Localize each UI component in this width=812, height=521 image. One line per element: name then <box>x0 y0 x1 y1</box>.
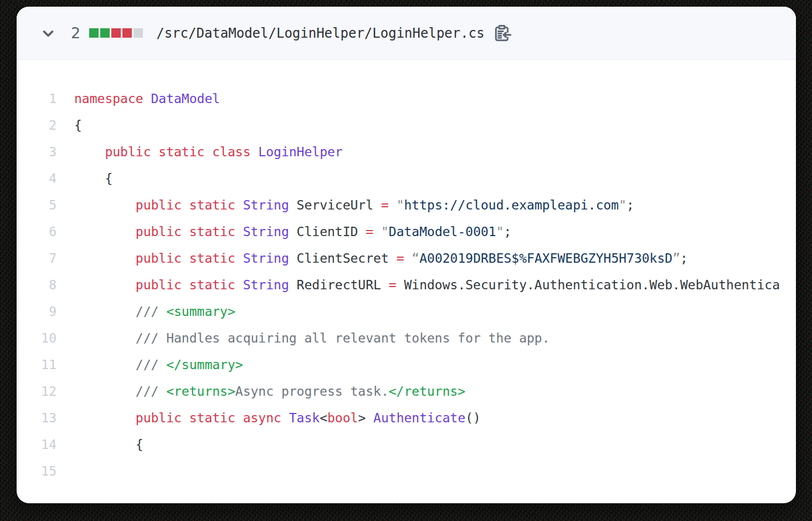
file-header: 2 /src/DataModel/LoginHelper/LoginHelper… <box>17 7 796 60</box>
code-line: 3 public static class LoginHelper <box>17 139 796 165</box>
line-number: 3 <box>17 145 56 159</box>
code-text: namespace DataModel <box>74 91 220 106</box>
copy-path-button[interactable] <box>492 24 511 43</box>
code-line: 2{ <box>17 112 796 139</box>
code-text: public static String ClientID = "DataMod… <box>74 224 511 239</box>
chevron-down-icon <box>40 25 56 42</box>
code-line: 14 { <box>17 431 796 458</box>
file-diff-card: 2 /src/DataModel/LoginHelper/LoginHelper… <box>17 7 796 503</box>
code-line: 8 public static String RedirectURL = Win… <box>17 272 796 298</box>
line-number: 13 <box>17 411 56 425</box>
change-count: 2 <box>71 24 80 42</box>
diff-blocks <box>89 28 143 38</box>
line-number: 6 <box>17 224 56 239</box>
line-number: 15 <box>17 464 56 478</box>
code-text: /// <returns>Async progress task.</retur… <box>74 384 465 399</box>
code-line: 15 <box>17 458 796 484</box>
line-number: 10 <box>17 331 56 345</box>
diff-block-added <box>89 28 99 38</box>
line-number: 1 <box>17 91 56 106</box>
code-text: public static async Task<bool> Authentic… <box>74 411 481 425</box>
code-line: 9 /// <summary> <box>17 298 796 325</box>
diff-block-added <box>100 28 110 38</box>
line-number: 2 <box>17 118 56 132</box>
line-number: 11 <box>17 357 56 372</box>
code-line: 5 public static String ServiceUrl = "htt… <box>17 192 796 218</box>
code-text: { <box>74 171 112 186</box>
line-number: 7 <box>17 251 56 265</box>
code-line: 12 /// <returns>Async progress task.</re… <box>17 378 796 405</box>
line-number: 5 <box>17 198 56 212</box>
line-number: 8 <box>17 278 56 292</box>
code-text: public static class LoginHelper <box>74 145 343 159</box>
code-text: /// Handles acquiring all relevant token… <box>74 331 550 345</box>
code-line: 10 /// Handles acquiring all relevant to… <box>17 325 796 351</box>
line-number: 9 <box>17 304 56 319</box>
code-text: /// <summary> <box>74 304 235 319</box>
code-text: public static String ClientSecret = “A00… <box>74 251 688 265</box>
diff-block-removed <box>122 28 132 38</box>
line-number: 4 <box>17 171 56 186</box>
code-text: { <box>74 118 82 132</box>
code-text: { <box>74 437 143 452</box>
code-text: /// </summary> <box>74 357 243 372</box>
page-background: { "header": { "collapse_icon": "chevron-… <box>0 0 812 521</box>
line-number: 14 <box>17 437 56 452</box>
collapse-file-button[interactable] <box>40 25 56 42</box>
code-text: public static String ServiceUrl = "https… <box>74 198 634 212</box>
file-path: /src/DataModel/LoginHelper/LoginHelper.c… <box>156 25 484 41</box>
code-line: 4 { <box>17 165 796 192</box>
code-lines: 1namespace DataModel2{3 public static cl… <box>17 85 796 484</box>
diff-block-removed <box>111 28 121 38</box>
code-line: 11 /// </summary> <box>17 351 796 378</box>
clipboard-paste-icon <box>492 24 511 43</box>
line-number: 12 <box>17 384 56 399</box>
code-line: 13 public static async Task<bool> Authen… <box>17 405 796 431</box>
code-line: 6 public static String ClientID = "DataM… <box>17 218 796 245</box>
code-line: 1namespace DataModel <box>17 85 796 112</box>
code-text: public static String RedirectURL = Windo… <box>74 278 780 292</box>
code-pane: 1namespace DataModel2{3 public static cl… <box>17 60 796 484</box>
code-line: 7 public static String ClientSecret = “A… <box>17 245 796 272</box>
diff-block-neutral <box>133 28 143 38</box>
